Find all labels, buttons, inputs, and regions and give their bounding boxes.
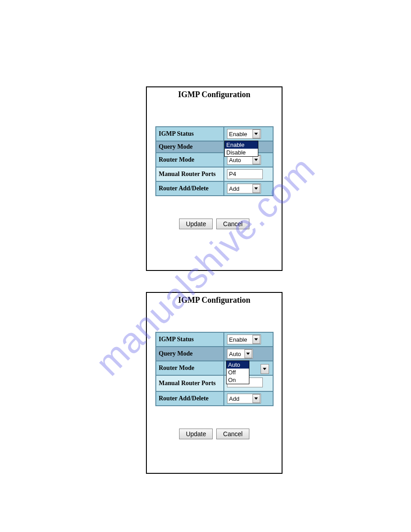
igmp-config-panel-1: IGMP Configuration IGMP Status Enable Qu…	[146, 86, 283, 271]
row-manual-ports: Manual Router Ports P4	[156, 167, 273, 181]
label-router-adddel: Router Add/Delete	[156, 181, 224, 196]
select-router-adddel-value: Add	[227, 395, 252, 402]
select-router-adddel[interactable]: Add	[227, 394, 261, 403]
row-router-adddel: Router Add/Delete Add	[156, 391, 273, 406]
select-router-mode-value: Auto	[227, 157, 252, 163]
label-igmp-status: IGMP Status	[156, 332, 224, 347]
select-igmp-status[interactable]: Enable	[227, 129, 261, 139]
chevron-down-icon[interactable]	[253, 155, 260, 164]
dropdown-option[interactable]: On	[227, 376, 249, 384]
label-router-adddel: Router Add/Delete	[156, 391, 224, 406]
row-query-mode: Query Mode Enable Disable	[156, 141, 273, 153]
update-button[interactable]: Update	[179, 219, 213, 229]
input-manual-ports[interactable]: P4	[227, 169, 263, 179]
select-igmp-status-value: Enable	[227, 131, 252, 137]
chevron-down-icon[interactable]	[253, 129, 260, 138]
label-router-mode: Router Mode	[156, 153, 224, 167]
label-router-mode: Router Mode	[156, 361, 224, 375]
label-manual-ports: Manual Router Ports	[156, 167, 224, 181]
label-igmp-status: IGMP Status	[156, 127, 224, 141]
config-table: IGMP Status Enable Query Mode Auto	[155, 332, 274, 406]
select-query-mode-value: Auto	[227, 351, 244, 357]
chevron-down-icon[interactable]	[253, 184, 260, 193]
chevron-down-icon[interactable]	[253, 335, 260, 344]
row-query-mode: Query Mode Auto	[156, 347, 273, 361]
dropdown-query-mode[interactable]: Enable Disable	[224, 141, 258, 157]
label-query-mode: Query Mode	[156, 141, 224, 153]
select-igmp-status[interactable]: Enable	[227, 335, 261, 344]
chevron-down-icon[interactable]	[253, 394, 260, 403]
dropdown-option[interactable]: Off	[227, 369, 249, 376]
button-row: Update Cancel	[147, 219, 282, 229]
chevron-down-icon[interactable]	[261, 364, 269, 374]
row-igmp-status: IGMP Status Enable	[156, 332, 273, 347]
dropdown-option[interactable]: Enable	[225, 141, 258, 149]
row-igmp-status: IGMP Status Enable	[156, 127, 273, 141]
select-query-mode[interactable]: Auto	[227, 349, 253, 359]
cancel-button[interactable]: Cancel	[216, 429, 249, 439]
row-router-adddel: Router Add/Delete Add	[156, 181, 273, 196]
dropdown-option[interactable]: Auto	[227, 361, 249, 369]
igmp-config-panel-2: IGMP Configuration IGMP Status Enable Qu…	[146, 292, 283, 474]
cancel-button[interactable]: Cancel	[216, 219, 249, 229]
row-manual-ports: Manual Router Ports	[156, 375, 273, 391]
panel-title: IGMP Configuration	[147, 90, 282, 99]
select-router-adddel-value: Add	[227, 185, 252, 192]
config-table: IGMP Status Enable Query Mode Enable Dis…	[155, 126, 274, 196]
update-button[interactable]: Update	[179, 429, 213, 439]
row-router-mode: Router Mode x Auto Off On	[156, 361, 273, 375]
panel-title: IGMP Configuration	[147, 296, 282, 305]
dropdown-router-mode[interactable]: Auto Off On	[226, 360, 249, 384]
select-igmp-status-value: Enable	[227, 336, 252, 343]
label-query-mode: Query Mode	[156, 347, 224, 361]
chevron-down-icon[interactable]	[244, 349, 252, 358]
dropdown-option[interactable]: Disable	[225, 149, 258, 156]
select-router-adddel[interactable]: Add	[227, 184, 261, 193]
button-row: Update Cancel	[147, 429, 282, 439]
label-manual-ports: Manual Router Ports	[156, 375, 224, 391]
